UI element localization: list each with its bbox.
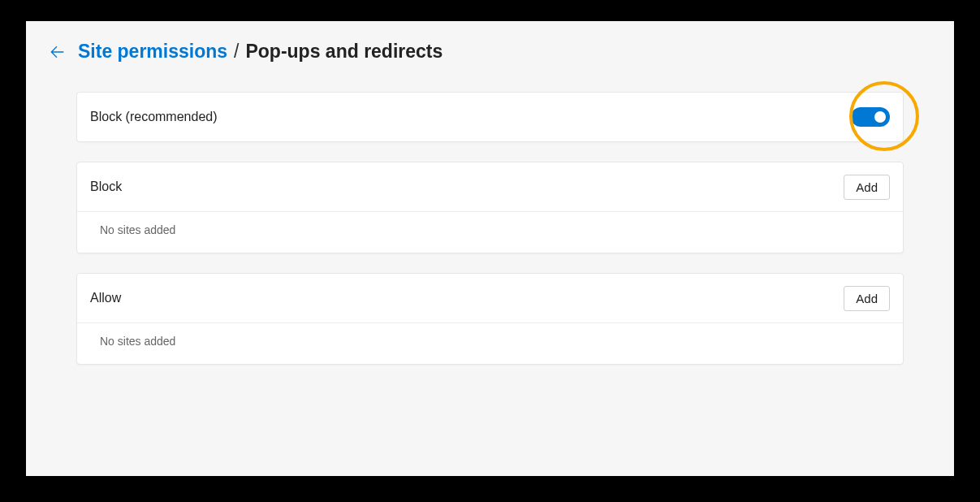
allow-list-body: No sites added [77,322,903,364]
block-list-header: Block Add [77,162,903,211]
block-recommended-row: Block (recommended) [77,93,903,141]
breadcrumb-row: Site permissions / Pop-ups and redirects [49,41,931,63]
block-recommended-label: Block (recommended) [90,110,218,124]
block-list-card: Block Add No sites added [76,162,904,253]
toggle-knob-icon [874,111,886,123]
allow-list-title: Allow [90,291,121,305]
settings-cards: Block (recommended) Block Add No sites a… [76,92,904,365]
block-list-title: Block [90,180,122,194]
block-recommended-card: Block (recommended) [76,92,904,142]
allow-add-button[interactable]: Add [844,286,890,311]
breadcrumb: Site permissions / Pop-ups and redirects [78,41,443,63]
breadcrumb-parent-link[interactable]: Site permissions [78,41,227,63]
allow-list-header: Allow Add [77,274,903,322]
block-list-body: No sites added [77,211,903,253]
settings-page: Site permissions / Pop-ups and redirects… [26,21,954,476]
block-add-button[interactable]: Add [844,175,890,200]
block-empty-text: No sites added [100,223,175,236]
back-arrow-icon[interactable] [49,44,65,60]
breadcrumb-separator: / [234,41,239,63]
block-recommended-toggle[interactable] [851,107,890,127]
allow-list-card: Allow Add No sites added [76,273,904,365]
breadcrumb-current: Pop-ups and redirects [245,41,443,63]
allow-empty-text: No sites added [100,335,175,348]
